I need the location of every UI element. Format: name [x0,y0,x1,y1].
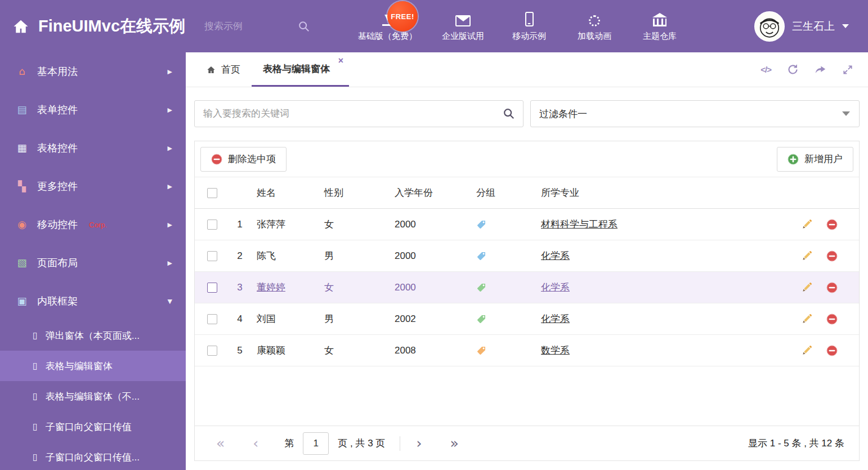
sidebar-item[interactable]: 页面布局 [0,244,186,282]
cell-gender: 女 [324,281,395,294]
last-page-button[interactable] [450,436,458,450]
sidebar-item-icon [16,66,28,77]
app-home-icon[interactable] [11,18,30,35]
major-link[interactable]: 化学系 [541,314,570,324]
expand-icon[interactable] [842,64,853,75]
tab-bar: 首页 表格与编辑窗体 [186,52,868,87]
view-source-icon[interactable] [760,65,771,74]
row-number: 3 [226,282,254,293]
caret-down-icon [842,24,849,28]
header-nav-icon-wrap [652,11,667,26]
sidebar-item-label: 移动控件 [37,218,78,231]
table-row[interactable]: 2 陈飞 男 2000 化学系 [195,240,859,272]
page-icon [33,361,38,370]
next-page-button[interactable] [416,436,422,450]
plus-circle-icon [788,154,799,165]
sidebar-item[interactable]: 基本用法 [0,52,186,91]
sidebar-subitem[interactable]: 表格与编辑窗体（不... [0,381,186,411]
tab-home[interactable]: 首页 [195,52,252,87]
page-prefix-label: 第 [284,437,294,450]
app-title: FineUIMvc在线示例 [38,15,185,38]
delete-icon[interactable] [826,250,838,262]
add-user-button[interactable]: 新增用户 [777,147,853,172]
first-page-button[interactable] [216,436,225,450]
sidebar-subitem-label: 子窗口向父窗口传值 [46,420,132,433]
delete-icon[interactable] [826,219,838,230]
sidebar-subitem[interactable]: 子窗口向父窗口传值 [0,411,186,442]
sidebar-item-label: 基本用法 [37,65,78,78]
edit-icon[interactable] [802,314,813,325]
select-all-checkbox[interactable] [207,188,217,198]
page-suffix-label: 页 , 共 3 页 [338,437,385,450]
row-checkbox[interactable] [207,346,217,356]
cell-year: 2000 [395,219,476,230]
edit-icon[interactable] [802,219,813,230]
edit-icon[interactable] [802,250,813,262]
tab-close-icon[interactable] [338,56,343,65]
row-checkbox[interactable] [207,251,217,261]
prev-page-button[interactable] [253,436,258,450]
table-row[interactable]: 3 董婷婷 女 2000 化学系 [195,272,859,303]
page-icon [33,453,38,462]
sidebar-item[interactable]: 更多控件 [0,167,186,205]
header-nav-label: 移动示例 [512,31,546,42]
table-row[interactable]: 1 张萍萍 女 2000 材料科学与工程系 [195,209,859,240]
edit-icon[interactable] [802,345,813,356]
row-checkbox[interactable] [207,283,217,293]
cell-name: 陈飞 [254,249,324,262]
sidebar-item[interactable]: 内联框架 [0,282,186,320]
header-search-input[interactable] [204,21,289,32]
cell-gender: 男 [324,249,395,262]
filter-row: 过滤条件一 [194,100,860,127]
tag-icon [476,220,486,230]
sidebar-subitem[interactable]: 表格与编辑窗体 [0,351,186,381]
delete-icon[interactable] [826,314,838,325]
page-number-input[interactable] [303,432,329,455]
sidebar-item[interactable]: 表格控件 [0,129,186,167]
row-checkbox[interactable] [207,220,217,230]
cell-year: 2000 [395,282,476,293]
sidebar-subitem[interactable]: 子窗口向父窗口传值... [0,442,186,470]
home-icon [206,65,216,74]
row-number: 1 [226,219,254,230]
edit-icon[interactable] [802,282,813,293]
user-menu[interactable]: 三生石上 [754,11,857,42]
search-icon[interactable] [298,20,310,33]
sidebar-subitem[interactable]: 弹出窗体（本页面或... [0,320,186,351]
major-link[interactable]: 化学系 [541,250,570,261]
tab-active[interactable]: 表格与编辑窗体 [252,52,349,87]
header-nav-item[interactable]: 移动示例 [509,11,549,42]
chevron-icon [168,145,172,152]
free-badge: FREE! [387,1,418,32]
grid-panel: 删除选中项 新增用户 姓名 性别 入学年份 分组 所学专业 1 [194,141,860,461]
table-row[interactable]: 4 刘国 男 2002 化学系 [195,303,859,335]
search-icon[interactable] [503,108,515,120]
row-number: 5 [226,345,254,356]
page-icon [33,422,38,431]
sidebar-item[interactable]: 移动控件 Corp. [0,205,186,244]
cell-name: 刘国 [254,312,324,325]
delete-selected-button[interactable]: 删除选中项 [200,147,287,172]
header-nav-icon-wrap [455,11,471,26]
header-nav-item[interactable]: 加载动画 [574,11,615,42]
cell-gender: 男 [324,312,395,325]
share-icon[interactable] [815,64,826,75]
minus-circle-icon [211,154,222,165]
delete-button-label: 删除选中项 [228,153,276,165]
header-search [204,20,325,33]
header-nav-item[interactable]: 主题仓库 [639,11,680,42]
refresh-icon[interactable] [787,64,799,75]
delete-icon[interactable] [826,282,838,293]
header-nav-label: 企业版试用 [442,31,484,42]
row-checkbox[interactable] [207,314,217,324]
sidebar-item[interactable]: 表单控件 [0,91,186,129]
row-number: 2 [226,250,254,262]
keyword-search-input[interactable] [203,108,498,119]
major-link[interactable]: 化学系 [541,282,570,293]
major-link[interactable]: 数学系 [541,345,570,356]
header-nav-item[interactable]: 企业版试用 [442,11,484,42]
delete-icon[interactable] [826,345,838,356]
filter-dropdown[interactable]: 过滤条件一 [530,100,860,127]
major-link[interactable]: 材料科学与工程系 [541,219,618,230]
table-row[interactable]: 5 康颖颖 女 2008 数学系 [195,335,859,366]
